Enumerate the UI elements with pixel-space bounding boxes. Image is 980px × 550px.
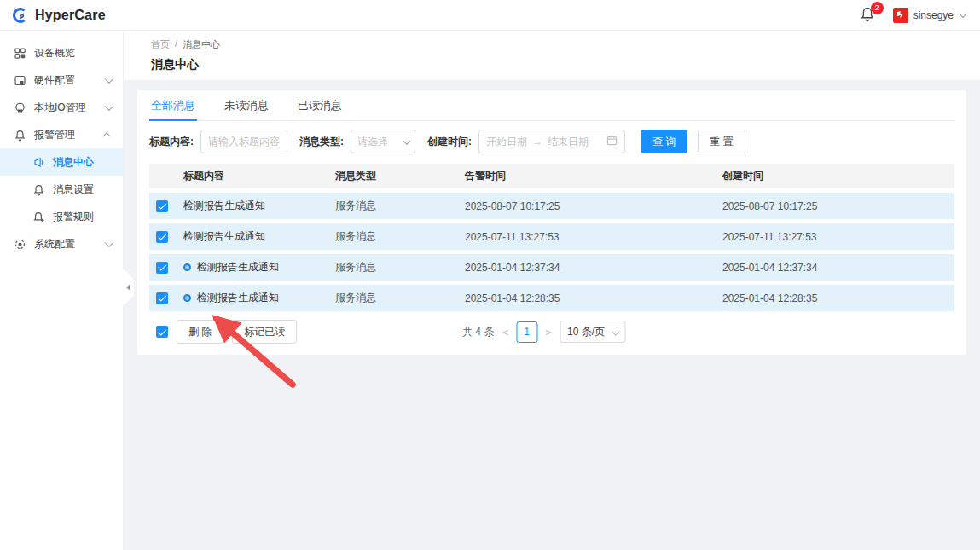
time-filter-label: 创建时间: [427, 135, 472, 149]
siasun-logo-avatar [893, 8, 908, 23]
chevron-left-icon [126, 284, 130, 291]
table-row[interactable]: 检测报告生成通知 服务消息 2025-01-04 12:28:35 2025-0… [149, 285, 954, 311]
breadcrumb-current: 消息中心 [183, 38, 220, 51]
chevron-down-icon [105, 102, 113, 111]
sidebar-item-label: 设备概览 [34, 46, 113, 61]
alarm-icon [14, 129, 26, 142]
row-alarm-time: 2025-01-04 12:28:35 [460, 292, 717, 304]
sidebar-item-label: 消息中心 [53, 155, 113, 170]
title-filter-input[interactable] [200, 130, 287, 153]
column-created-time: 创建时间 [717, 169, 953, 183]
row-checkbox[interactable] [156, 262, 168, 274]
notifications-button[interactable]: 2 [859, 6, 878, 25]
sidebar: 设备概览 硬件配置 本地IO管理 报警管理 消 [0, 31, 124, 550]
sidebar-item-hardware-config[interactable]: 硬件配置 [0, 67, 123, 94]
row-type: 服务消息 [330, 291, 460, 305]
message-card: 全部消息 未读消息 已读消息 标题内容: 消息类型: 请选择 创建时间: 开始日… [137, 90, 966, 355]
sidebar-item-label: 系统配置 [34, 237, 97, 252]
tab-all-messages[interactable]: 全部消息 [149, 90, 197, 120]
main-content: 首页 / 消息中心 消息中心 全部消息 未读消息 已读消息 标题内容: 消息类型… [124, 31, 980, 550]
table-header: 标题内容 消息类型 告警时间 创建时间 [149, 164, 954, 188]
select-all-checkbox[interactable] [156, 326, 168, 338]
brand-logo[interactable]: HyperCare [12, 7, 106, 24]
type-select-placeholder: 请选择 [357, 135, 388, 149]
page-size-select[interactable]: 10 条/页 [560, 321, 625, 343]
row-type: 服务消息 [330, 199, 460, 213]
page-header: 首页 / 消息中心 消息中心 [124, 31, 980, 80]
chevron-up-icon [102, 131, 111, 140]
row-alarm-time: 2025-07-11 13:27:53 [460, 231, 717, 243]
user-menu[interactable]: sinsegye [893, 8, 965, 23]
date-range-picker[interactable]: 开始日期 → 结束日期 [478, 130, 625, 153]
row-checkbox[interactable] [156, 292, 168, 304]
table-row[interactable]: 检测报告生成通知 服务消息 2025-01-04 12:37:34 2025-0… [149, 254, 954, 281]
calendar-icon [606, 135, 618, 148]
chevron-down-icon [959, 9, 967, 18]
sidebar-item-system-config[interactable]: 系统配置 [0, 230, 123, 258]
gear-icon [14, 238, 26, 251]
next-page-button[interactable]: > [545, 326, 552, 339]
page-size-value: 10 条/页 [567, 325, 605, 339]
row-alarm-time: 2025-08-07 10:17:25 [460, 200, 717, 212]
range-arrow: → [532, 136, 542, 148]
row-created-time: 2025-08-07 10:17:25 [717, 200, 953, 212]
column-type: 消息类型 [330, 169, 460, 183]
reset-button[interactable]: 重 置 [698, 130, 745, 153]
mark-read-button[interactable]: 标记已读 [232, 320, 297, 344]
search-button[interactable]: 查 询 [641, 130, 687, 153]
sidebar-item-label: 本地IO管理 [34, 101, 97, 115]
chevron-down-icon [403, 136, 411, 145]
content-area: 全部消息 未读消息 已读消息 标题内容: 消息类型: 请选择 创建时间: 开始日… [124, 80, 980, 550]
type-filter-label: 消息类型: [299, 135, 344, 149]
row-alarm-time: 2025-01-04 12:37:34 [460, 262, 717, 274]
sidebar-item-label: 硬件配置 [34, 73, 97, 88]
sidebar-item-alarm-management[interactable]: 报警管理 [0, 121, 123, 148]
table-row[interactable]: 检测报告生成通知 服务消息 2025-08-07 10:17:25 2025-0… [149, 193, 954, 219]
sidebar-item-label: 消息设置 [53, 182, 113, 197]
sidebar-item-message-settings[interactable]: 消息设置 [0, 176, 123, 203]
chevron-down-icon [105, 75, 113, 84]
topbar-right: 2 sinsegye [859, 6, 965, 25]
sidebar-item-device-overview[interactable]: 设备概览 [0, 39, 123, 67]
breadcrumb: 首页 / 消息中心 [151, 38, 953, 51]
row-checkbox[interactable] [156, 231, 168, 243]
chevron-down-icon [611, 327, 619, 335]
row-checkbox[interactable] [156, 200, 168, 212]
hypercare-logo-icon [12, 7, 29, 24]
chevron-down-icon [105, 239, 113, 247]
hardware-icon [14, 74, 26, 87]
delete-button[interactable]: 删 除 [177, 320, 223, 344]
sidebar-item-alarm-rules[interactable]: 报警规则 [0, 203, 123, 230]
tab-unread-messages[interactable]: 未读消息 [223, 90, 270, 120]
tab-read-messages[interactable]: 已读消息 [296, 90, 344, 120]
column-title: 标题内容 [178, 169, 330, 183]
row-title: 检测报告生成通知 [183, 199, 265, 213]
page-number-1[interactable]: 1 [516, 321, 537, 343]
username: sinsegye [913, 9, 954, 21]
row-title: 检测报告生成通知 [183, 229, 265, 244]
row-title: 检测报告生成通知 [197, 291, 279, 305]
type-filter-select[interactable]: 请选择 [351, 130, 415, 153]
message-tabs: 全部消息 未读消息 已读消息 [149, 90, 954, 121]
sidebar-item-message-center[interactable]: 消息中心 [0, 148, 123, 176]
bell-settings-icon [32, 183, 45, 196]
pagination: 共 4 条 < 1 > 10 条/页 [462, 321, 625, 343]
sidebar-item-label: 报警规则 [53, 210, 113, 224]
page-title: 消息中心 [151, 57, 953, 72]
notification-badge: 2 [871, 2, 884, 14]
end-date-placeholder: 结束日期 [548, 135, 601, 149]
megaphone-icon [32, 156, 45, 169]
prev-page-button[interactable]: < [502, 326, 508, 339]
table-row[interactable]: 检测报告生成通知 服务消息 2025-07-11 13:27:53 2025-0… [149, 223, 954, 250]
io-icon [14, 101, 26, 114]
grid-icon [14, 47, 26, 60]
sidebar-item-label: 报警管理 [34, 128, 97, 142]
row-type: 服务消息 [330, 260, 460, 275]
filter-bar: 标题内容: 消息类型: 请选择 创建时间: 开始日期 → 结束日期 [149, 130, 954, 153]
breadcrumb-separator: / [175, 38, 177, 51]
breadcrumb-home[interactable]: 首页 [151, 38, 170, 51]
row-type: 服务消息 [330, 229, 460, 244]
table-footer: 删 除 标记已读 共 4 条 < 1 > 10 条/页 [149, 319, 954, 344]
sidebar-item-local-io[interactable]: 本地IO管理 [0, 94, 123, 121]
start-date-placeholder: 开始日期 [486, 135, 527, 149]
